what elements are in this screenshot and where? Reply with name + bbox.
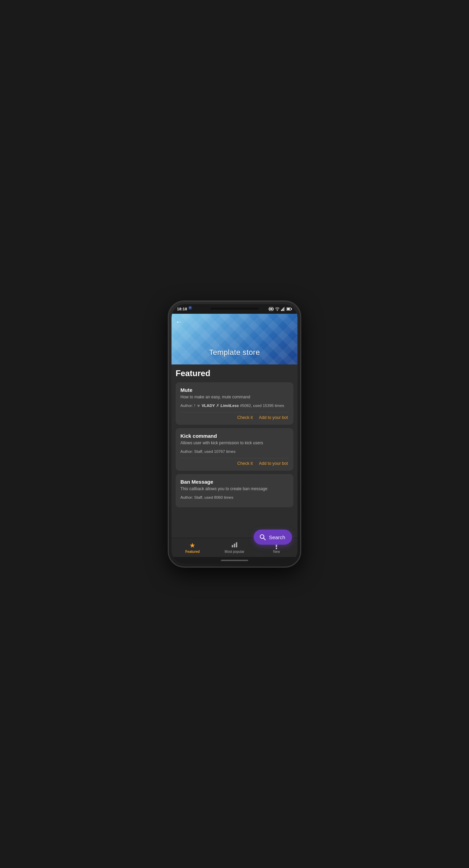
check-it-mute[interactable]: Check it [237, 414, 253, 421]
scroll-content[interactable]: Featured Mute How to make an easy, mute … [172, 364, 297, 538]
card-desc-mute: How to make an easy, mute command [180, 394, 289, 400]
author-text-kick: Author: Staff, used 10767 times [180, 449, 236, 454]
nav-label-new: New [273, 550, 280, 554]
template-card-mute: Mute How to make an easy, mute command A… [176, 382, 293, 425]
template-card-kick: Kick command Allows user with kick permi… [176, 428, 293, 471]
nav-item-most-popular[interactable]: Most popular [214, 540, 256, 556]
svg-rect-15 [234, 544, 235, 547]
svg-rect-14 [232, 545, 233, 547]
search-icon [259, 534, 266, 541]
author-vlady: VLADY [202, 404, 216, 408]
author-limitless: LimitLess [220, 404, 239, 408]
nav-item-featured[interactable]: ★ Featured [172, 540, 214, 556]
add-to-bot-mute[interactable]: Add to your bot [258, 414, 289, 421]
featured-icon: ★ [189, 542, 195, 549]
vol-up-button [300, 343, 301, 356]
svg-rect-10 [291, 308, 292, 310]
svg-rect-5 [281, 310, 282, 311]
battery-icon [287, 307, 292, 311]
card-title-kick: Kick command [180, 433, 289, 439]
search-fab-label: Search [269, 534, 285, 540]
vibrate-icon [269, 307, 274, 311]
power-button [168, 349, 169, 368]
wifi-icon [275, 307, 280, 311]
template-card-ban: Ban Message This callback allows you to … [176, 474, 293, 507]
card-title-mute: Mute [180, 387, 289, 393]
card-author-ban: Author: Staff, used 8060 times [180, 495, 289, 500]
vol-down-button [300, 360, 301, 373]
svg-rect-16 [236, 542, 237, 547]
nav-label-featured: Featured [185, 550, 200, 554]
svg-rect-11 [287, 308, 290, 310]
card-actions-kick: Check it Add to your bot [180, 458, 289, 467]
svg-point-4 [277, 310, 278, 311]
phone-frame: 18:18 [168, 300, 301, 568]
card-desc-kick: Allows user with kick permission to kick… [180, 440, 289, 446]
app-content: ← Template store Featured Mute How to ma… [172, 314, 297, 557]
card-title-ban: Ban Message [180, 479, 289, 485]
svg-rect-2 [273, 308, 274, 310]
card-actions-mute: Check it Add to your bot [180, 412, 289, 421]
check-it-kick[interactable]: Check it [237, 460, 253, 467]
back-button[interactable]: ← [176, 318, 182, 326]
add-to-bot-kick[interactable]: Add to your bot [258, 460, 289, 467]
home-indicator [172, 557, 297, 564]
most-popular-icon [231, 542, 238, 549]
search-fab[interactable]: Search [254, 530, 292, 545]
hero-title: Template store [172, 348, 297, 357]
hero-banner: ← Template store [172, 314, 297, 364]
svg-rect-6 [282, 309, 283, 311]
home-bar [221, 560, 248, 561]
status-time: 18:18 [177, 307, 187, 311]
signal-icon [281, 307, 285, 311]
bio-icon-mute: ☣ [197, 403, 200, 409]
svg-rect-1 [269, 308, 269, 310]
status-icons [269, 307, 292, 311]
screen: 18:18 [172, 304, 297, 564]
camera [188, 306, 193, 310]
card-author-kick: Author: Staff, used 10767 times [180, 449, 289, 455]
card-desc-ban: This callback allows you to create ban m… [180, 486, 289, 492]
svg-rect-8 [284, 307, 285, 311]
svg-line-13 [264, 538, 266, 540]
author-text-ban: Author: Staff, used 8060 times [180, 495, 233, 499]
section-title-featured: Featured [176, 369, 293, 378]
author-prefix-mute: Author: ! [180, 404, 197, 408]
svg-rect-7 [283, 308, 284, 311]
card-author-mute: Author: ! ☣ VLADY ✗ LimitLess #5082, use… [180, 403, 289, 409]
svg-rect-3 [270, 308, 272, 310]
nav-label-most-popular: Most popular [225, 550, 244, 554]
